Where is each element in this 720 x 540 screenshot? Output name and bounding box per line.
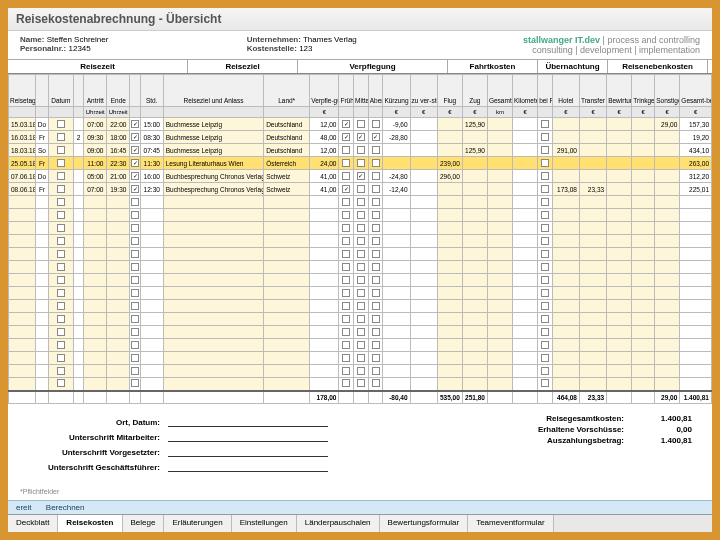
checkbox[interactable] [57, 250, 65, 258]
checkbox[interactable] [372, 289, 380, 297]
checkbox[interactable] [357, 263, 365, 271]
cell[interactable] [655, 300, 680, 313]
checkbox[interactable] [541, 289, 549, 297]
cell[interactable] [163, 339, 263, 352]
cell[interactable] [513, 300, 538, 313]
cell[interactable] [310, 352, 339, 365]
cell[interactable] [410, 261, 437, 274]
table-row[interactable]: 16.03.18Fr209:3018:00✓08:30Buchmesse Lei… [9, 131, 712, 144]
cell[interactable] [264, 196, 310, 209]
checkbox[interactable] [57, 146, 65, 154]
cell[interactable]: 173,08 [552, 183, 579, 196]
cell[interactable] [655, 287, 680, 300]
checkbox[interactable] [57, 159, 65, 167]
cell[interactable] [552, 131, 579, 144]
cell[interactable] [48, 131, 73, 144]
cell[interactable] [48, 352, 73, 365]
checkbox[interactable] [342, 328, 350, 336]
cell[interactable] [368, 339, 383, 352]
cell[interactable] [163, 248, 263, 261]
checkbox[interactable] [57, 289, 65, 297]
cell[interactable]: Buchbesprechung Chronos Verlag [163, 183, 263, 196]
cell[interactable] [73, 274, 83, 287]
cell[interactable] [410, 352, 437, 365]
cell[interactable] [36, 378, 49, 391]
checkbox[interactable] [372, 185, 380, 193]
checkbox[interactable] [372, 315, 380, 323]
cell[interactable]: Buchmesse Leipzig [163, 144, 263, 157]
cell[interactable] [632, 144, 655, 157]
cell[interactable]: Deutschland [264, 144, 310, 157]
table-row[interactable] [9, 196, 712, 209]
cell[interactable] [48, 378, 73, 391]
cell[interactable] [36, 326, 49, 339]
checkbox[interactable] [541, 315, 549, 323]
checkbox[interactable] [541, 185, 549, 193]
cell[interactable] [383, 378, 410, 391]
table-row[interactable] [9, 365, 712, 378]
checkbox[interactable] [131, 276, 139, 284]
cell[interactable] [513, 339, 538, 352]
cell[interactable] [552, 261, 579, 274]
cell[interactable] [354, 235, 369, 248]
sig-mit-line[interactable] [168, 433, 328, 442]
cell[interactable] [36, 248, 49, 261]
cell[interactable] [48, 313, 73, 326]
cell[interactable] [383, 339, 410, 352]
cell[interactable]: 18.03.18 [9, 144, 36, 157]
cell[interactable] [437, 287, 462, 300]
cell[interactable] [579, 326, 606, 339]
cell[interactable] [513, 313, 538, 326]
cell[interactable] [264, 209, 310, 222]
checkbox[interactable] [357, 315, 365, 323]
cell[interactable] [538, 183, 553, 196]
sheet-tab[interactable]: Deckblatt [8, 515, 58, 532]
cell[interactable] [368, 170, 383, 183]
cell[interactable] [437, 235, 462, 248]
cell[interactable]: 16:45 [107, 144, 130, 157]
cell[interactable] [339, 196, 354, 209]
checkbox[interactable] [131, 224, 139, 232]
checkbox[interactable] [541, 250, 549, 258]
cell[interactable] [383, 157, 410, 170]
cell[interactable]: 12,00 [310, 118, 339, 131]
checkbox[interactable] [541, 367, 549, 375]
cell[interactable] [48, 365, 73, 378]
checkbox[interactable] [372, 328, 380, 336]
cell[interactable] [354, 248, 369, 261]
cell[interactable]: 22:30 [107, 157, 130, 170]
cell[interactable] [48, 209, 73, 222]
cell[interactable] [48, 196, 73, 209]
checkbox[interactable] [541, 211, 549, 219]
cell[interactable]: 09:30 [84, 131, 107, 144]
cell[interactable] [513, 222, 538, 235]
checkbox[interactable] [131, 354, 139, 362]
cell[interactable] [655, 144, 680, 157]
cell[interactable] [310, 274, 339, 287]
cell[interactable] [462, 248, 487, 261]
cell[interactable] [487, 209, 512, 222]
cell[interactable] [655, 131, 680, 144]
cell[interactable] [383, 287, 410, 300]
checkbox[interactable]: ✓ [357, 172, 365, 180]
table-row[interactable] [9, 235, 712, 248]
table-row[interactable] [9, 261, 712, 274]
cell[interactable] [538, 209, 553, 222]
cell[interactable] [462, 261, 487, 274]
cell[interactable] [579, 274, 606, 287]
table-row[interactable] [9, 274, 712, 287]
cell[interactable]: 41,00 [310, 170, 339, 183]
cell[interactable] [9, 235, 36, 248]
cell[interactable] [513, 261, 538, 274]
cell[interactable] [538, 339, 553, 352]
sheet-tab[interactable]: Reisekosten [58, 515, 122, 532]
checkbox[interactable] [541, 237, 549, 245]
cell[interactable] [437, 131, 462, 144]
cell[interactable] [655, 183, 680, 196]
cell[interactable] [579, 222, 606, 235]
cell[interactable]: Buchmesse Leipzig [163, 118, 263, 131]
cell[interactable] [632, 300, 655, 313]
cell[interactable] [264, 365, 310, 378]
checkbox[interactable] [57, 172, 65, 180]
cell[interactable] [632, 287, 655, 300]
